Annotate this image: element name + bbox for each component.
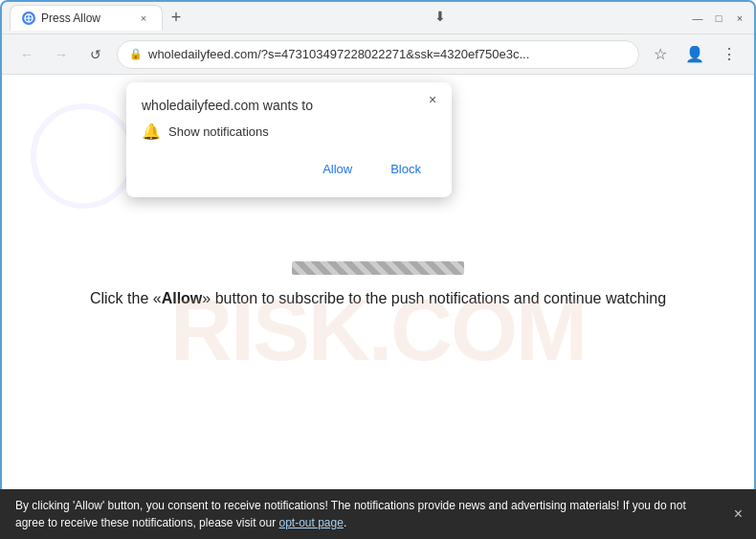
allow-button[interactable]: Allow xyxy=(307,156,367,182)
url-text: wholedailyfeed.com/?s=473103497228022271… xyxy=(148,47,627,61)
window-controls: — □ × xyxy=(691,11,746,25)
maximize-button[interactable]: □ xyxy=(712,11,725,25)
circle-watermark xyxy=(31,103,136,209)
profile-icon[interactable]: 👤 xyxy=(681,41,708,68)
main-text-suffix: » button to subscribe to the push notifi… xyxy=(202,290,666,306)
tab-title: Press Allow xyxy=(41,11,131,25)
bottom-bar-text-before: By clicking 'Allow' button, you consent … xyxy=(15,499,686,529)
popup-title: wholedailyfeed.com wants to xyxy=(142,98,436,113)
block-button[interactable]: Block xyxy=(375,156,436,182)
progress-bar xyxy=(292,261,464,275)
minimize-button[interactable]: — xyxy=(691,11,704,25)
progress-area xyxy=(292,261,464,275)
lock-icon: 🔒 xyxy=(129,48,143,60)
bottom-bar-text-after: . xyxy=(344,516,346,529)
active-tab[interactable]: Press Allow × xyxy=(10,5,163,31)
bottom-bar-close-button[interactable]: × xyxy=(734,503,743,526)
tab-close-button[interactable]: × xyxy=(137,11,150,25)
bottom-bar-text: By clicking 'Allow' button, you consent … xyxy=(15,497,718,531)
download-icon: ⬇ xyxy=(429,5,452,28)
bottom-bar: By clicking 'Allow' button, you consent … xyxy=(0,489,756,539)
opt-out-link[interactable]: opt-out page xyxy=(278,516,343,529)
url-bar[interactable]: 🔒 wholedailyfeed.com/?s=4731034972280222… xyxy=(117,40,639,69)
download-area: ⬇ xyxy=(429,5,452,32)
new-tab-button[interactable]: + xyxy=(163,5,189,32)
popup-buttons: Allow Block xyxy=(142,156,436,182)
popup-close-button[interactable]: × xyxy=(423,90,442,109)
tab-favicon xyxy=(22,11,35,25)
titlebar: Press Allow × + ⬇ — □ × xyxy=(2,2,754,34)
addressbar: ← → ↺ 🔒 wholedailyfeed.com/?s=4731034972… xyxy=(2,34,754,75)
main-text-prefix: Click the « xyxy=(90,290,162,306)
popup-notification-text: Show notifications xyxy=(168,124,269,139)
notification-popup: × wholedailyfeed.com wants to 🔔 Show not… xyxy=(126,82,452,197)
menu-button[interactable]: ⋮ xyxy=(716,41,743,68)
main-text-bold: Allow xyxy=(162,290,203,306)
reload-button[interactable]: ↺ xyxy=(82,41,109,68)
bell-icon: 🔔 xyxy=(142,123,161,141)
popup-notification-row: 🔔 Show notifications xyxy=(142,123,436,141)
forward-button[interactable]: → xyxy=(48,41,75,68)
main-text: Click the «Allow» button to subscribe to… xyxy=(2,290,754,307)
close-window-button[interactable]: × xyxy=(733,11,746,25)
page-content: rr × wholedailyfeed.com wants to 🔔 Show … xyxy=(2,75,754,457)
bookmark-icon[interactable]: ☆ xyxy=(647,41,674,68)
back-button[interactable]: ← xyxy=(13,41,40,68)
